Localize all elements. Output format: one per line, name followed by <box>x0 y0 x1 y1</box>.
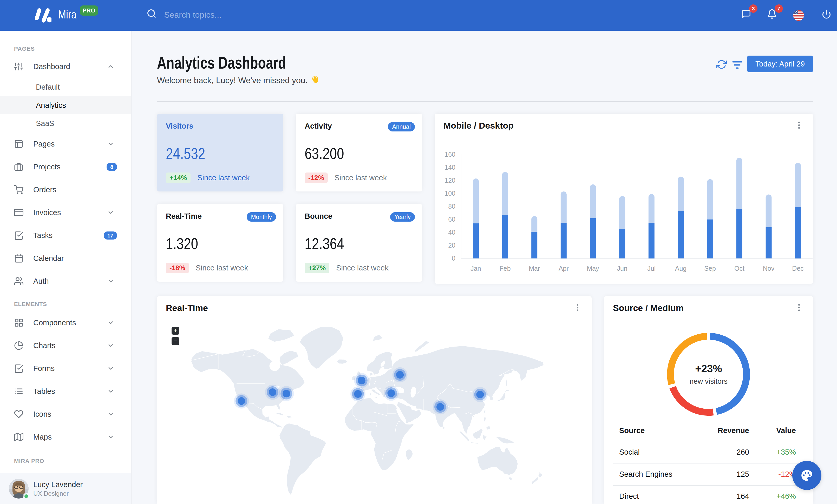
svg-text:20: 20 <box>448 242 456 249</box>
svg-text:140: 140 <box>445 164 456 171</box>
svg-text:80: 80 <box>448 203 456 210</box>
svg-text:Dec: Dec <box>792 265 803 272</box>
svg-text:100: 100 <box>445 190 456 197</box>
svg-text:Feb: Feb <box>499 265 511 272</box>
svg-text:Jul: Jul <box>647 265 656 272</box>
svg-text:May: May <box>587 265 599 272</box>
svg-text:Oct: Oct <box>734 265 745 272</box>
svg-text:60: 60 <box>448 216 456 223</box>
svg-text:Sep: Sep <box>704 265 716 272</box>
svg-text:Jun: Jun <box>617 265 627 272</box>
svg-text:40: 40 <box>448 229 456 236</box>
svg-text:160: 160 <box>445 151 456 158</box>
svg-text:0: 0 <box>452 255 456 262</box>
svg-text:Nov: Nov <box>763 265 774 272</box>
svg-text:Jan: Jan <box>470 265 481 272</box>
svg-text:Aug: Aug <box>675 265 687 272</box>
svg-text:Apr: Apr <box>558 265 569 272</box>
svg-text:Mar: Mar <box>529 265 540 272</box>
svg-text:120: 120 <box>445 177 456 184</box>
